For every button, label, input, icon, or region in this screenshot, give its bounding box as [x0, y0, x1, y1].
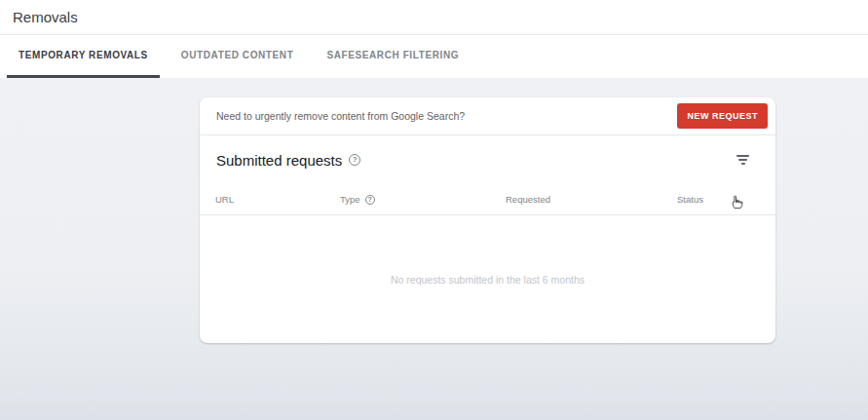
page-title: Removals — [13, 9, 78, 25]
urgent-removal-prompt: Need to urgently remove content from Goo… — [216, 110, 465, 122]
column-header-requested: Requested — [506, 194, 677, 205]
column-header-url: URL — [215, 194, 340, 205]
tab-outdated-content[interactable]: OUTDATED CONTENT — [170, 35, 306, 78]
help-icon[interactable]: ? — [365, 195, 375, 205]
help-icon[interactable]: ? — [349, 154, 360, 166]
empty-state: No requests submitted in the last 6 mont… — [200, 215, 775, 343]
section-title-wrap: Submitted requests ? — [216, 152, 360, 169]
new-request-button[interactable]: NEW REQUEST — [677, 103, 768, 129]
tab-temporary-removals[interactable]: TEMPORARY REMOVALS — [7, 35, 160, 78]
column-header-type-label: Type — [340, 194, 360, 205]
tab-safesearch-filtering[interactable]: SAFESEARCH FILTERING — [315, 35, 471, 78]
tab-label: TEMPORARY REMOVALS — [19, 50, 148, 60]
empty-message: No requests submitted in the last 6 mont… — [391, 274, 585, 286]
filter-icon[interactable] — [734, 152, 752, 168]
tab-bar: TEMPORARY REMOVALS OUTDATED CONTENT SAFE… — [0, 35, 868, 78]
page-header: Removals — [0, 0, 868, 35]
table-header-row: URL Type ? Requested Status — [200, 184, 775, 215]
column-header-type: Type ? — [340, 194, 506, 205]
tab-label: SAFESEARCH FILTERING — [326, 50, 459, 60]
section-title-row: Submitted requests ? — [200, 135, 775, 184]
section-title: Submitted requests — [216, 152, 342, 169]
tab-label: OUTDATED CONTENT — [181, 50, 294, 60]
removals-page: Removals TEMPORARY REMOVALS OUTDATED CON… — [0, 0, 868, 420]
urgent-removal-row: Need to urgently remove content from Goo… — [200, 97, 775, 135]
content-area: Need to urgently remove content from Goo… — [0, 78, 868, 420]
submitted-requests-card: Need to urgently remove content from Goo… — [200, 97, 775, 343]
column-header-status: Status — [677, 194, 775, 205]
